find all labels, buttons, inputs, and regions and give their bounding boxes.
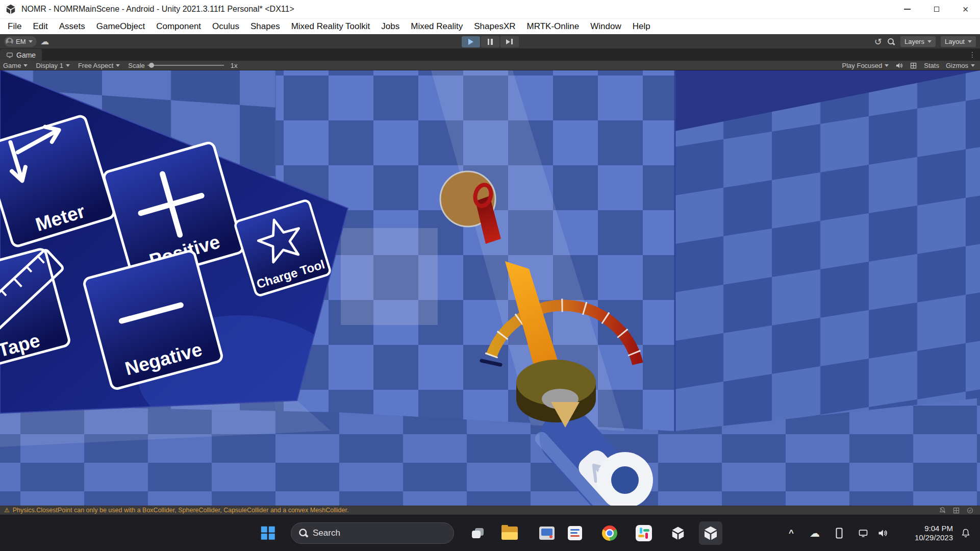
bell-icon	[961, 528, 971, 538]
window-title: NOMR - NOMRMainScene - Android - Unity 2…	[21, 5, 294, 14]
scale-control: Scale 1x	[128, 62, 237, 69]
taskbar-search[interactable]: Search	[291, 522, 454, 544]
search-label: Search	[313, 528, 340, 538]
phone-link-button[interactable]	[836, 528, 843, 538]
vsync-grid-icon[interactable]	[910, 62, 917, 69]
onedrive-button[interactable]: ☁	[810, 528, 820, 538]
mute-notifications-icon[interactable]	[939, 507, 946, 514]
menu-item-mixed-reality-toolkit[interactable]: Mixed Reality Toolkit	[286, 19, 376, 34]
status-check-icon[interactable]	[966, 507, 974, 514]
file-explorer-button[interactable]	[501, 527, 518, 540]
search-icon	[298, 528, 309, 538]
task-view-button[interactable]	[471, 527, 485, 539]
layout-label: Layout	[945, 38, 965, 45]
menu-item-assets[interactable]: Assets	[54, 19, 91, 34]
search-icon[interactable]	[887, 38, 895, 46]
account-button[interactable]: EM	[4, 36, 37, 47]
tray-overflow-button[interactable]: ^	[789, 528, 794, 538]
app-document-icon	[568, 526, 582, 540]
restore-icon	[934, 7, 939, 12]
window-controls: ×	[893, 0, 980, 18]
console-message[interactable]: Physics.ClosestPoint can only be used wi…	[13, 507, 349, 514]
taskbar-app-2-button[interactable]	[568, 526, 582, 540]
menu-item-mixed-reality[interactable]: Mixed Reality	[405, 19, 468, 34]
menu-item-jobs[interactable]: Jobs	[375, 19, 405, 34]
folder-icon	[501, 527, 518, 540]
taskbar-clock[interactable]: 9:04 PM 10/29/2023	[915, 524, 953, 542]
slider-thumb[interactable]	[149, 63, 154, 68]
menu-item-shapesxr[interactable]: ShapesXR	[468, 19, 521, 34]
scale-slider[interactable]	[147, 62, 224, 68]
play-focused-label: Play Focused	[842, 62, 883, 69]
menu-item-oculus[interactable]: Oculus	[207, 19, 245, 34]
account-label: EM	[16, 38, 26, 45]
game-mode-dropdown[interactable]: Game	[3, 62, 28, 69]
unity-hub-button[interactable]	[670, 525, 686, 541]
step-icon	[506, 39, 513, 44]
undo-history-icon[interactable]: ↺	[874, 37, 882, 46]
menu-item-component[interactable]: Component	[150, 19, 207, 34]
close-icon: ×	[963, 4, 969, 14]
cloud-services-icon[interactable]: ☁	[41, 37, 49, 46]
volume-button[interactable]	[877, 528, 888, 538]
layers-dropdown[interactable]: Layers	[900, 36, 936, 47]
slack-button[interactable]	[636, 525, 652, 541]
menu-bar: File Edit Assets GameObject Component Oc…	[0, 19, 980, 34]
menu-item-help[interactable]: Help	[627, 19, 656, 34]
cloud-icon: ☁	[810, 528, 820, 538]
layers-label: Layers	[904, 38, 924, 45]
speaker-icon	[877, 528, 888, 538]
menu-item-file[interactable]: File	[2, 19, 27, 34]
stats-toggle[interactable]: Stats	[924, 62, 939, 69]
caret-down-icon	[927, 40, 932, 43]
task-view-icon	[471, 527, 485, 539]
menu-item-gameobject[interactable]: GameObject	[91, 19, 150, 34]
close-button[interactable]: ×	[951, 0, 980, 18]
game-view-toolbar: Game Display 1 Free Aspect Scale 1x Play…	[0, 61, 980, 70]
maximize-button[interactable]	[922, 0, 951, 18]
chrome-button[interactable]	[602, 525, 617, 541]
display-dropdown[interactable]: Display 1	[36, 62, 69, 69]
unity-logo-icon	[5, 4, 16, 15]
layout-dropdown[interactable]: Layout	[941, 36, 976, 47]
app-window-icon	[539, 527, 555, 540]
chevron-up-icon: ^	[789, 528, 794, 538]
clock-date: 10/29/2023	[915, 533, 953, 542]
menu-item-window[interactable]: Window	[585, 19, 626, 34]
game-view-icon	[6, 52, 13, 59]
unity-toolbar: EM ☁ ↺ Layers Layout	[0, 34, 980, 49]
slider-track	[147, 65, 224, 66]
gizmos-dropdown[interactable]: Gizmos	[946, 62, 975, 69]
tab-game[interactable]: Game	[0, 49, 42, 61]
aspect-dropdown[interactable]: Free Aspect	[78, 62, 120, 69]
menu-item-edit[interactable]: Edit	[27, 19, 53, 34]
audio-mute-icon[interactable]	[895, 62, 903, 69]
game-mode-label: Game	[3, 62, 21, 69]
step-button[interactable]	[500, 36, 519, 47]
minimize-button[interactable]	[893, 0, 922, 18]
progress-grid-icon[interactable]	[952, 507, 960, 514]
caret-down-icon	[971, 64, 975, 67]
notifications-button[interactable]	[961, 528, 971, 538]
play-focused-dropdown[interactable]: Play Focused	[842, 62, 889, 69]
tab-options-icon[interactable]: ⋮	[969, 49, 976, 61]
menu-item-shapes[interactable]: Shapes	[245, 19, 286, 34]
menu-item-mrtk-online[interactable]: MRTK-Online	[521, 19, 585, 34]
monitor-icon	[858, 528, 868, 538]
start-button[interactable]	[261, 526, 275, 540]
unity-hub-icon	[670, 525, 686, 541]
unity-editor-button[interactable]	[699, 521, 722, 545]
avatar-icon	[6, 38, 13, 45]
gizmos-label: Gizmos	[946, 62, 968, 69]
caret-down-icon	[116, 64, 120, 67]
game-view[interactable]: Meter Positive Charge Tool Tape	[0, 70, 980, 506]
view-tab-strip: Game ⋮	[0, 49, 980, 61]
caret-down-icon	[66, 64, 70, 67]
caret-down-icon	[885, 64, 889, 67]
chrome-icon	[602, 525, 617, 541]
taskbar-app-1-button[interactable]	[539, 527, 555, 540]
pause-button[interactable]	[481, 36, 499, 47]
display-cast-button[interactable]	[858, 528, 868, 538]
unity-status-bar[interactable]: ⚠ Physics.ClosestPoint can only be used …	[0, 506, 980, 514]
play-button[interactable]	[462, 36, 480, 47]
